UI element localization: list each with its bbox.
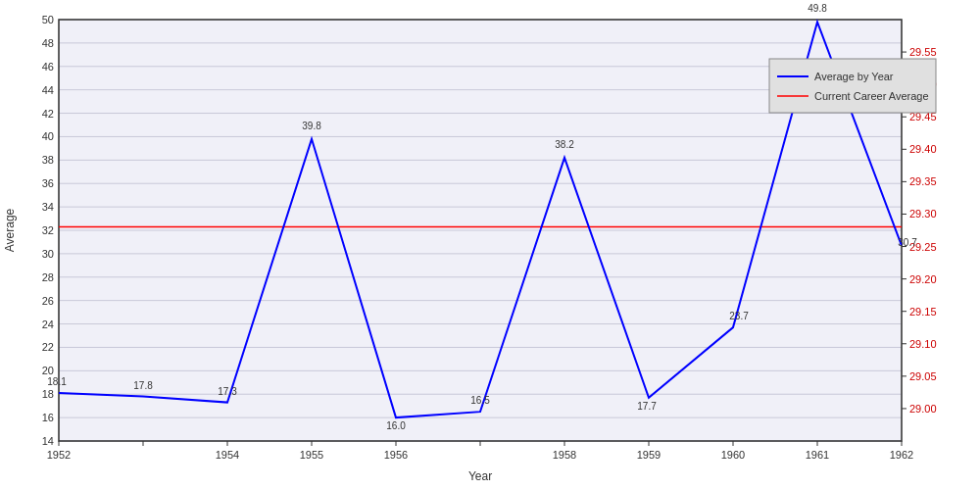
svg-text:20: 20	[42, 365, 54, 376]
svg-text:24: 24	[42, 318, 54, 330]
svg-text:29.10: 29.10	[909, 338, 937, 350]
svg-text:30.7: 30.7	[898, 237, 917, 248]
svg-text:46: 46	[42, 61, 54, 73]
svg-text:29.20: 29.20	[909, 273, 937, 285]
svg-text:16.5: 16.5	[470, 395, 490, 406]
svg-text:29.15: 29.15	[909, 306, 937, 318]
svg-text:38.2: 38.2	[555, 139, 574, 150]
svg-text:14: 14	[42, 435, 54, 447]
svg-text:48: 48	[42, 37, 54, 49]
svg-text:16: 16	[42, 412, 54, 423]
svg-text:Average: Average	[3, 208, 17, 252]
svg-text:1961: 1961	[806, 449, 829, 461]
svg-text:1959: 1959	[637, 449, 661, 461]
svg-text:29.05: 29.05	[909, 370, 937, 382]
svg-text:50: 50	[42, 14, 54, 25]
svg-text:29.40: 29.40	[909, 143, 937, 155]
svg-text:26: 26	[42, 295, 54, 307]
svg-text:39.8: 39.8	[302, 121, 321, 131]
svg-text:1952: 1952	[47, 449, 71, 461]
svg-text:49.8: 49.8	[808, 3, 827, 14]
svg-text:1954: 1954	[216, 449, 239, 461]
svg-text:23.7: 23.7	[729, 311, 749, 321]
svg-text:1958: 1958	[553, 449, 576, 461]
svg-text:Year: Year	[468, 469, 492, 483]
svg-text:29.55: 29.55	[909, 46, 937, 58]
svg-text:32: 32	[42, 224, 54, 236]
svg-text:42: 42	[42, 108, 54, 120]
svg-text:17.8: 17.8	[133, 380, 153, 391]
svg-text:29.30: 29.30	[909, 208, 937, 220]
svg-text:40: 40	[42, 130, 54, 142]
svg-text:Current Career Average: Current Career Average	[814, 90, 929, 102]
svg-text:44: 44	[42, 84, 54, 96]
svg-text:18.1: 18.1	[47, 376, 67, 387]
svg-text:1956: 1956	[384, 449, 408, 461]
svg-text:22: 22	[42, 341, 54, 353]
svg-text:29.00: 29.00	[909, 403, 937, 415]
svg-text:Average by Year: Average by Year	[814, 71, 894, 82]
svg-text:1962: 1962	[890, 449, 913, 461]
svg-text:1955: 1955	[300, 449, 323, 461]
svg-text:28: 28	[42, 271, 54, 283]
svg-text:38: 38	[42, 154, 54, 166]
svg-text:17.7: 17.7	[637, 401, 657, 412]
svg-text:36: 36	[42, 177, 54, 189]
svg-text:30: 30	[42, 248, 54, 260]
svg-text:16.0: 16.0	[386, 420, 406, 431]
chart-container: // This will be drawn by the script belo…	[0, 0, 980, 490]
svg-text:18: 18	[42, 388, 54, 400]
svg-text:34: 34	[42, 201, 54, 213]
svg-rect-99	[769, 59, 936, 113]
svg-text:1960: 1960	[721, 449, 745, 461]
svg-text:17.3: 17.3	[218, 386, 237, 397]
svg-text:29.35: 29.35	[909, 175, 937, 187]
